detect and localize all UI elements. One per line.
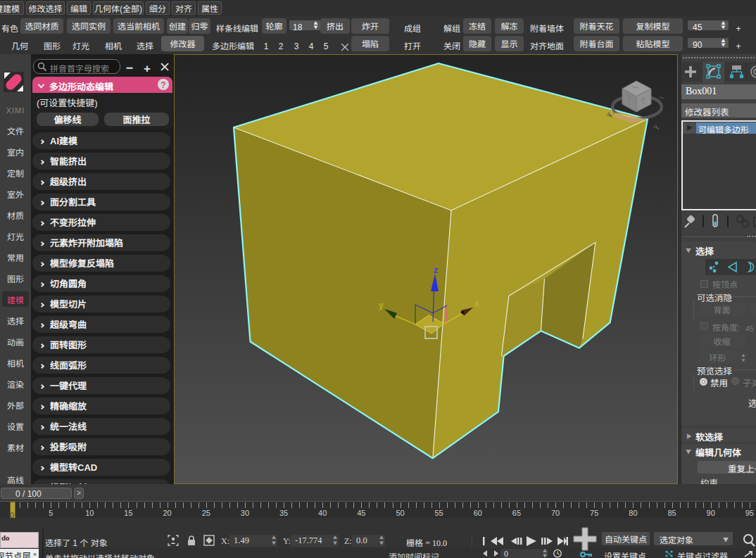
svg-text:y: y [379, 300, 384, 310]
svg-text:z: z [434, 265, 438, 275]
svg-text:x: x [474, 298, 479, 308]
